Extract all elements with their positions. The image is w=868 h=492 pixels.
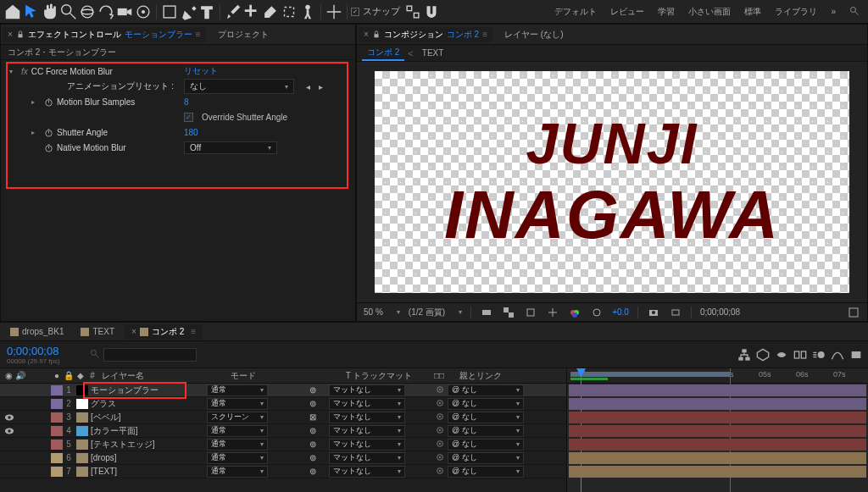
label-color[interactable] (51, 439, 63, 450)
parent-dropdown[interactable]: @ なし▾ (448, 466, 524, 478)
fast-preview-icon[interactable] (480, 306, 493, 319)
switches-icon[interactable]: □□ (434, 371, 444, 380)
label-column-icon[interactable]: ◆ (75, 371, 86, 380)
layer-row[interactable]: 3[ベベル]スクリーン▾⊠マットなし▾@ なし▾ (0, 411, 566, 424)
track-matte-toggle[interactable]: ⊚ (309, 385, 316, 395)
track-matte-dropdown[interactable]: マットなし▾ (329, 384, 405, 396)
track-matte-toggle[interactable]: ⊚ (309, 453, 316, 462)
layer-row[interactable]: 5[テキストエッジ]通常▾⊚マットなし▾@ なし▾ (0, 438, 566, 451)
parent-dropdown[interactable]: @ なし▾ (448, 398, 524, 410)
track-matte-dropdown[interactable]: マットなし▾ (329, 452, 405, 464)
lock-icon[interactable] (372, 30, 381, 39)
layer-tab[interactable]: レイヤー (なし) (499, 27, 568, 42)
native-dropdown[interactable]: Off▾ (184, 141, 277, 154)
lock-icon[interactable] (16, 30, 25, 39)
pickwhip-icon[interactable] (436, 453, 444, 463)
visibility-toggle[interactable] (3, 467, 15, 477)
layer-row[interactable]: 1モーションブラー通常▾⊚マットなし▾@ なし▾ (0, 384, 566, 397)
composition-tab[interactable]: × コンポジション コンポ 2 ≡ (359, 27, 492, 42)
effect-name[interactable]: CC Force Motion Blur (31, 67, 113, 76)
pickwhip-icon[interactable] (436, 439, 444, 450)
resolution-dropdown[interactable]: (1/2 画質) (409, 307, 445, 318)
reset-link[interactable]: リセット (184, 65, 218, 77)
parent-dropdown[interactable]: @ なし▾ (448, 439, 524, 451)
pickwhip-icon[interactable] (436, 426, 444, 436)
layer-duration-bar[interactable] (569, 439, 866, 451)
timeline-search-input[interactable] (103, 348, 197, 362)
shy-icon[interactable] (775, 348, 788, 362)
hand-tool-icon[interactable] (41, 3, 59, 20)
reset-exposure-icon[interactable] (590, 306, 604, 319)
param-samples-value[interactable]: 8 (184, 97, 189, 107)
selection-tool-icon[interactable] (22, 3, 41, 20)
track-matte-dropdown[interactable]: マットなし▾ (329, 425, 405, 437)
draft3d-icon[interactable] (756, 348, 770, 362)
magnet-icon[interactable] (422, 3, 441, 20)
eye-column-icon[interactable]: ◉ (5, 371, 13, 380)
stopwatch-icon[interactable] (43, 127, 53, 137)
label-color[interactable] (51, 467, 63, 477)
blend-mode-dropdown[interactable]: 通常▾ (207, 425, 268, 437)
local-axis-icon[interactable] (325, 3, 343, 20)
override-checkbox[interactable]: ✓ (184, 113, 193, 122)
flowchart-tab-comp2[interactable]: コンポ 2 (362, 46, 404, 61)
layer-name[interactable]: [drops] (91, 453, 117, 462)
parent-header[interactable]: 親とリンク (459, 370, 566, 382)
track-matte-dropdown[interactable]: マットなし▾ (329, 398, 405, 410)
track-matte-toggle[interactable]: ⊚ (309, 426, 316, 435)
mask-icon[interactable] (524, 306, 537, 319)
track-matte-dropdown[interactable]: マットなし▾ (329, 412, 405, 423)
layer-duration-bar[interactable] (569, 398, 866, 410)
track-matte-toggle[interactable]: ⊠ (309, 412, 316, 422)
snap-checkbox[interactable]: ✓ (351, 8, 359, 16)
workspace-library[interactable]: ライブラリ (775, 6, 817, 18)
brush-tool-icon[interactable] (224, 3, 242, 20)
timeline-tab-comp2[interactable]: ×コンポ 2≡ (125, 324, 203, 340)
flowchart-tab-text[interactable]: TEXT (417, 47, 449, 58)
search-icon[interactable] (849, 6, 860, 18)
view-layout-icon[interactable] (847, 306, 860, 319)
puppet-tool-icon[interactable] (298, 3, 317, 20)
visibility-toggle[interactable] (3, 453, 15, 463)
pan-behind-tool-icon[interactable] (134, 3, 153, 20)
workspace-small[interactable]: 小さい画面 (688, 6, 731, 18)
label-color[interactable] (51, 412, 63, 423)
pickwhip-icon[interactable] (436, 412, 444, 423)
pickwhip-icon[interactable] (436, 385, 444, 395)
blend-mode-dropdown[interactable]: 通常▾ (207, 398, 268, 410)
eraser-tool-icon[interactable] (261, 3, 280, 20)
zoom-dropdown[interactable]: 50 % (364, 307, 383, 317)
label-color[interactable] (51, 453, 63, 463)
transparency-grid-icon[interactable] (502, 306, 515, 319)
layer-row[interactable]: 4[カラー平面]通常▾⊚マットなし▾@ なし▾ (0, 424, 566, 438)
workspace-review[interactable]: レビュー (610, 6, 644, 18)
shape-tool-icon[interactable] (160, 3, 179, 20)
layer-duration-bar[interactable] (569, 412, 866, 423)
rotate-tool-icon[interactable] (97, 3, 115, 20)
param-shutter-value[interactable]: 180 (184, 128, 198, 137)
guides-icon[interactable] (546, 306, 559, 319)
stopwatch-icon[interactable] (43, 142, 53, 152)
parent-dropdown[interactable]: @ なし▾ (448, 412, 524, 423)
frame-blend-icon[interactable] (793, 348, 807, 362)
work-area-bar[interactable] (570, 372, 730, 377)
exposure-value[interactable]: +0.0 (612, 307, 629, 317)
layer-duration-bar[interactable] (569, 384, 866, 396)
preset-next-icon[interactable]: ▸ (319, 82, 323, 91)
graph-editor-icon[interactable] (831, 348, 844, 362)
parent-dropdown[interactable]: @ なし▾ (448, 425, 524, 437)
orbit-tool-icon[interactable] (78, 3, 97, 20)
parent-dropdown[interactable]: @ なし▾ (448, 384, 524, 396)
layer-name[interactable]: [カラー平面] (91, 425, 138, 437)
pickwhip-icon[interactable] (436, 399, 444, 409)
stopwatch-icon[interactable] (43, 97, 53, 107)
layer-name[interactable]: [ベベル] (91, 412, 121, 423)
visibility-toggle[interactable] (3, 399, 15, 409)
track-matte-toggle[interactable]: ⊚ (309, 439, 316, 449)
comp-flowchart-icon[interactable] (737, 348, 751, 362)
layer-name[interactable]: [TEXT] (91, 467, 117, 476)
speaker-column-icon[interactable]: 🔊 (15, 371, 25, 380)
motion-blur-icon[interactable] (812, 348, 826, 362)
effect-controls-tab[interactable]: × エフェクトコントロール モーションブラー ≡ (3, 27, 206, 42)
timeline-tab-text[interactable]: TEXT (74, 325, 121, 338)
